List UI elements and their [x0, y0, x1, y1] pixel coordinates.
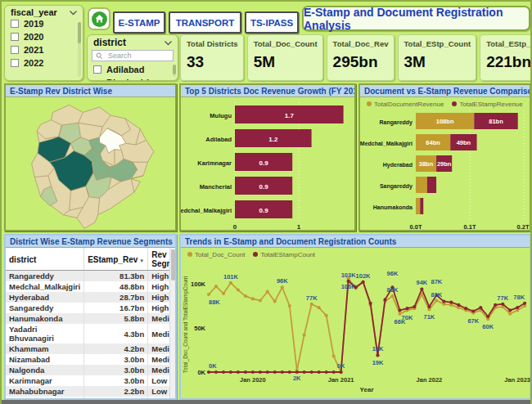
- table-row[interactable]: Khammam4.2bnMedium: [6, 343, 169, 354]
- data-point[interactable]: [383, 298, 386, 301]
- data-point[interactable]: [501, 303, 504, 306]
- data-point[interactable]: [237, 370, 240, 374]
- fiscal-year-option-2020[interactable]: 2020: [5, 30, 83, 43]
- nav-button-tsipass[interactable]: TS-IPASS: [245, 11, 299, 34]
- checkbox[interactable]: [11, 59, 19, 67]
- data-point[interactable]: [244, 370, 247, 374]
- data-point[interactable]: [464, 307, 467, 310]
- data-point[interactable]: [207, 293, 210, 296]
- column-header-rev-segment[interactable]: Rev Segment: [148, 248, 169, 271]
- data-point[interactable]: [266, 290, 269, 294]
- data-point[interactable]: [229, 370, 232, 374]
- column-header-district[interactable]: district: [6, 248, 84, 271]
- bar-segment[interactable]: [427, 177, 436, 193]
- data-point[interactable]: [508, 308, 512, 312]
- checkbox[interactable]: [11, 46, 19, 54]
- bar-segment[interactable]: [416, 177, 427, 193]
- data-point[interactable]: [310, 303, 313, 306]
- data-point[interactable]: [442, 300, 445, 303]
- scrollbar-thumb[interactable]: [78, 22, 81, 43]
- data-point[interactable]: [207, 370, 210, 374]
- district-option-bhadradri-kothagudem[interactable]: Bhadradri Kothagudem: [88, 76, 178, 81]
- table-row[interactable]: Mahabubnagar2.2bnLow: [6, 386, 169, 397]
- data-point[interactable]: [427, 305, 431, 308]
- data-point[interactable]: [390, 294, 394, 298]
- data-point[interactable]: [288, 370, 291, 374]
- data-point[interactable]: [273, 300, 277, 303]
- nav-button-transport[interactable]: TRANSPORT: [169, 11, 241, 34]
- data-point[interactable]: [486, 315, 489, 318]
- table-row[interactable]: Nizamabad3.0bnMedium: [6, 354, 169, 365]
- checkbox[interactable]: [93, 65, 101, 74]
- table-row[interactable]: Yadadri Bhuvanagiri4.3bnMedium: [6, 324, 169, 343]
- district-option-adilabad[interactable]: Adilabad: [88, 63, 178, 76]
- data-point[interactable]: [288, 304, 291, 307]
- data-point[interactable]: [318, 306, 321, 309]
- data-point[interactable]: [420, 287, 423, 290]
- data-point[interactable]: [413, 305, 416, 308]
- data-point[interactable]: [332, 370, 336, 374]
- bar-segment[interactable]: [416, 198, 420, 214]
- table-row[interactable]: Nalgonda3.0bnMedium: [6, 365, 169, 375]
- data-point[interactable]: [508, 312, 512, 316]
- data-point[interactable]: [310, 370, 313, 374]
- table-row[interactable]: Hyderabad28.7bnHigh: [6, 292, 169, 303]
- table-row[interactable]: Medchal_Malkajgiri48.8bnHigh: [6, 281, 169, 292]
- data-point[interactable]: [259, 370, 262, 374]
- data-point[interactable]: [325, 370, 328, 374]
- data-point[interactable]: [376, 353, 379, 357]
- data-point[interactable]: [295, 370, 299, 374]
- fiscal-year-option-2019[interactable]: 2019: [5, 17, 83, 30]
- data-point[interactable]: [251, 297, 255, 300]
- table-row[interactable]: Rangareddy81.3bnHigh: [6, 271, 169, 282]
- legend-item[interactable]: TotalEStampRevenue: [452, 101, 522, 108]
- scrollbar[interactable]: [173, 65, 176, 77]
- table-row[interactable]: Suryapet2.1bnLow: [6, 397, 169, 398]
- data-point[interactable]: [303, 370, 306, 374]
- district-search-input[interactable]: [106, 51, 164, 61]
- data-point[interactable]: [449, 301, 453, 304]
- data-point[interactable]: [222, 370, 225, 374]
- fiscal-year-option-2021[interactable]: 2021: [5, 43, 83, 56]
- data-point[interactable]: [259, 299, 262, 302]
- scrollbar-thumb[interactable]: [173, 65, 176, 74]
- table-row[interactable]: Hanumakonda5.8bnMedium: [6, 313, 169, 324]
- scrollbar[interactable]: [169, 248, 175, 398]
- bar-segment[interactable]: [420, 198, 423, 214]
- data-point[interactable]: [214, 285, 218, 288]
- table-row[interactable]: Sangareddy16.7bnHigh: [6, 303, 169, 313]
- data-point[interactable]: [516, 306, 519, 309]
- data-point[interactable]: [244, 294, 247, 298]
- table-row[interactable]: Karimnagar3.0bnLow: [6, 375, 169, 386]
- data-point[interactable]: [281, 370, 284, 374]
- data-point[interactable]: [435, 299, 438, 302]
- data-point[interactable]: [457, 303, 460, 307]
- legend-item[interactable]: Total_Doc_Count: [187, 251, 245, 258]
- data-point[interactable]: [340, 370, 343, 374]
- data-point[interactable]: [266, 370, 269, 374]
- data-point[interactable]: [273, 370, 277, 374]
- home-button[interactable]: [88, 7, 110, 30]
- data-point[interactable]: [405, 307, 408, 310]
- data-point[interactable]: [303, 334, 306, 337]
- data-point[interactable]: [237, 289, 240, 292]
- data-point[interactable]: [222, 292, 225, 295]
- data-point[interactable]: [398, 308, 401, 312]
- data-point[interactable]: [281, 285, 284, 289]
- chevron-down-icon[interactable]: [164, 40, 173, 46]
- data-point[interactable]: [523, 302, 526, 305]
- legend-item[interactable]: TotalEStampCount: [253, 251, 315, 258]
- fiscal-year-option-2022[interactable]: 2022: [5, 56, 83, 70]
- data-point[interactable]: [214, 370, 218, 374]
- data-point[interactable]: [251, 370, 255, 374]
- checkbox[interactable]: [11, 33, 19, 41]
- data-point[interactable]: [362, 281, 365, 284]
- district-search[interactable]: [92, 50, 174, 61]
- data-point[interactable]: [332, 355, 336, 358]
- chevron-down-icon[interactable]: [69, 10, 78, 16]
- nav-button-estamp[interactable]: E-STAMP: [113, 11, 165, 34]
- data-point[interactable]: [369, 302, 372, 305]
- legend-item[interactable]: TotalDocumentRevenue: [367, 101, 444, 108]
- scrollbar-thumb[interactable]: [171, 249, 175, 281]
- scrollbar[interactable]: [78, 22, 81, 77]
